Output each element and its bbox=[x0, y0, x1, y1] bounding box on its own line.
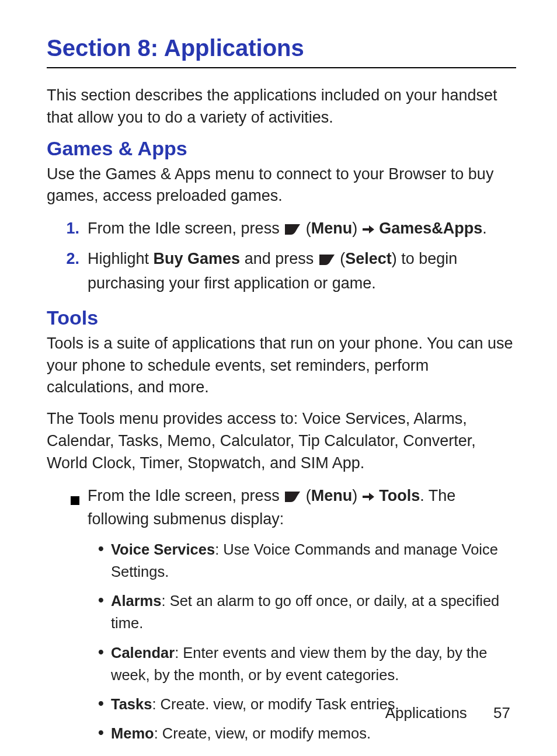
step-body: From the Idle screen, press (Menu) Games… bbox=[88, 217, 516, 241]
section-title: Section 8: Applications bbox=[47, 35, 516, 61]
games-steps: 1. From the Idle screen, press (Menu) Ga… bbox=[47, 217, 516, 296]
games-heading: Games & Apps bbox=[47, 137, 516, 160]
softkey-icon bbox=[318, 249, 336, 262]
square-bullet-icon bbox=[47, 484, 88, 512]
list-item: Memo: Create, view, or modify memos. bbox=[98, 722, 516, 744]
text: From the Idle screen, press bbox=[88, 487, 284, 504]
text: Highlight bbox=[88, 250, 154, 267]
text: ( bbox=[306, 220, 311, 237]
games-paragraph: Use the Games & Apps menu to connect to … bbox=[47, 163, 516, 208]
step-number: 2. bbox=[47, 247, 88, 271]
arrow-right-icon bbox=[362, 485, 375, 496]
term: Memo bbox=[111, 725, 154, 741]
step-2: 2. Highlight Buy Games and press (Select… bbox=[47, 247, 516, 296]
term: Calendar bbox=[111, 644, 175, 661]
text: ) bbox=[352, 487, 362, 504]
list-item: Calendar: Enter events and view them by … bbox=[98, 642, 516, 687]
text: ) bbox=[352, 220, 362, 237]
page-number: 57 bbox=[493, 704, 510, 722]
step-number: 1. bbox=[47, 217, 88, 241]
arrow-right-icon bbox=[362, 218, 375, 228]
list-item: Voice Services: Use Voice Commands and m… bbox=[98, 538, 516, 583]
target-label: Tools bbox=[379, 487, 420, 504]
menu-label: Menu bbox=[311, 487, 353, 504]
text: ( bbox=[340, 250, 345, 267]
tools-paragraph-1: Tools is a suite of applications that ru… bbox=[47, 333, 516, 399]
page: Section 8: Applications This section des… bbox=[0, 0, 557, 756]
tools-heading: Tools bbox=[47, 306, 516, 329]
term: Voice Services bbox=[111, 541, 215, 558]
footer-label: Applications bbox=[385, 704, 467, 722]
term: Alarms bbox=[111, 593, 161, 609]
softkey-icon bbox=[284, 486, 301, 499]
step-1: 1. From the Idle screen, press (Menu) Ga… bbox=[47, 217, 516, 241]
list-item: Alarms: Set an alarm to go off once, or … bbox=[98, 590, 516, 635]
intro-paragraph: This section describes the applications … bbox=[47, 85, 516, 129]
desc: : Create. view, or modify Task entries. bbox=[152, 696, 399, 712]
desc: : Set an alarm to go off once, or daily,… bbox=[111, 593, 499, 631]
text: and press bbox=[240, 250, 318, 267]
term: Tasks bbox=[111, 696, 152, 712]
text: . bbox=[482, 220, 487, 237]
text: From the Idle screen, press bbox=[88, 220, 284, 237]
page-footer: Applications 57 bbox=[385, 704, 510, 722]
desc: : Create, view, or modify memos. bbox=[154, 725, 371, 741]
menu-label: Menu bbox=[311, 220, 353, 237]
text: ( bbox=[306, 487, 311, 504]
horizontal-rule bbox=[47, 67, 516, 68]
select-label: Select bbox=[345, 250, 392, 267]
buy-games-label: Buy Games bbox=[154, 250, 241, 267]
softkey-icon bbox=[284, 219, 301, 232]
step-body: Highlight Buy Games and press (Select) t… bbox=[88, 247, 516, 296]
tools-paragraph-2: The Tools menu provides access to: Voice… bbox=[47, 408, 516, 474]
target-label: Games&Apps bbox=[379, 220, 482, 237]
